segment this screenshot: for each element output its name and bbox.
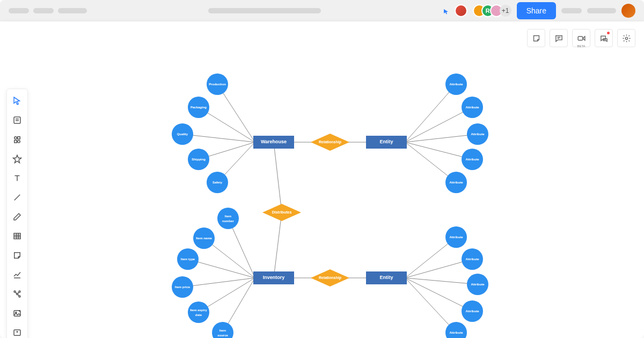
svg-text:number: number <box>222 219 235 223</box>
image-tool[interactable] <box>9 305 26 322</box>
svg-line-10 <box>14 195 20 201</box>
placeholder-pill <box>9 8 29 13</box>
svg-line-63 <box>274 212 282 278</box>
svg-text:Item name: Item name <box>196 237 212 240</box>
line-tool[interactable] <box>9 189 26 206</box>
svg-text:Relationship: Relationship <box>319 140 341 144</box>
svg-point-20 <box>17 293 18 295</box>
placeholder-pill <box>33 8 54 13</box>
title-placeholder <box>208 8 321 13</box>
attribute-node[interactable]: Attribute <box>445 226 467 248</box>
svg-text:Quality: Quality <box>177 133 188 136</box>
svg-text:Relationship: Relationship <box>319 276 341 280</box>
svg-text:Warehouse: Warehouse <box>261 139 287 144</box>
attribute-node[interactable]: Item type <box>177 248 199 270</box>
svg-rect-5 <box>14 141 17 143</box>
svg-point-3 <box>14 137 17 139</box>
svg-text:Attribute: Attribute <box>466 158 480 161</box>
attribute-node[interactable]: Attribute <box>462 248 483 270</box>
svg-text:Item price: Item price <box>175 285 191 289</box>
relationship-node[interactable]: Relationship <box>311 269 349 286</box>
svg-text:date: date <box>195 313 202 317</box>
attribute-node[interactable]: Attribute <box>467 123 488 145</box>
svg-line-62 <box>274 142 282 212</box>
svg-text:Attribute: Attribute <box>450 236 464 239</box>
attribute-node[interactable]: Itemsource <box>212 322 233 338</box>
attribute-node[interactable]: Itemnumber <box>217 208 239 229</box>
cursor-pointer-icon[interactable] <box>443 8 449 14</box>
svg-text:Attribute: Attribute <box>466 310 480 313</box>
svg-text:Attribute: Attribute <box>450 331 464 334</box>
svg-line-22 <box>18 292 19 293</box>
entity-node[interactable]: Entity <box>366 136 407 149</box>
text-tool[interactable] <box>9 170 26 187</box>
attribute-node[interactable]: Attribute <box>462 149 483 170</box>
sticky-tool[interactable] <box>9 247 26 264</box>
svg-text:Item type: Item type <box>181 258 195 261</box>
top-bar: R +1 Share <box>0 0 644 21</box>
svg-text:Shipping: Shipping <box>192 158 206 161</box>
svg-text:Distributes: Distributes <box>272 210 292 214</box>
svg-point-17 <box>14 291 16 292</box>
entity-node[interactable]: Inventory <box>253 271 294 284</box>
pen-tool[interactable] <box>9 208 26 225</box>
share-button[interactable]: Share <box>517 2 556 19</box>
svg-line-23 <box>18 295 19 296</box>
attribute-node[interactable]: Production <box>207 74 228 95</box>
svg-marker-7 <box>13 155 21 163</box>
er-diagram[interactable]: RelationshipDistributesRelationshipWareh… <box>32 21 644 338</box>
select-tool[interactable] <box>9 92 26 109</box>
attribute-node[interactable]: Safety <box>207 172 228 193</box>
svg-line-21 <box>16 292 17 293</box>
left-toolbar <box>6 89 28 338</box>
placeholder-pill <box>587 8 616 13</box>
table-tool[interactable] <box>9 227 26 245</box>
entity-node[interactable]: Warehouse <box>253 136 294 149</box>
entity-node[interactable]: Entity <box>366 271 407 284</box>
user-avatar[interactable] <box>621 4 635 18</box>
attribute-node[interactable]: Attribute <box>462 97 483 118</box>
svg-point-19 <box>19 296 20 297</box>
attribute-node[interactable]: Quality <box>172 123 193 145</box>
svg-line-59 <box>405 278 456 333</box>
presence-avatar-stack[interactable]: R +1 <box>473 4 511 17</box>
hierarchy-tool[interactable] <box>9 285 26 303</box>
svg-text:Attribute: Attribute <box>466 106 480 109</box>
svg-line-44 <box>405 84 456 142</box>
attribute-node[interactable]: Attribute <box>467 274 488 295</box>
svg-point-6 <box>18 141 20 143</box>
svg-text:Entity: Entity <box>379 139 393 144</box>
attribute-node[interactable]: Packaging <box>188 97 209 118</box>
svg-point-109 <box>188 302 209 323</box>
svg-point-18 <box>19 291 20 292</box>
note-tool[interactable] <box>9 112 26 129</box>
svg-point-100 <box>217 208 239 229</box>
attribute-node[interactable]: Item name <box>193 227 215 249</box>
svg-rect-11 <box>14 233 20 239</box>
star-tool[interactable] <box>9 150 26 167</box>
frame-tool[interactable] <box>9 324 26 338</box>
relationship-node[interactable]: Relationship <box>311 134 349 151</box>
attribute-node[interactable]: Item price <box>172 276 193 298</box>
attribute-node[interactable]: Shipping <box>188 149 209 170</box>
attribute-node[interactable]: Attribute <box>445 172 467 193</box>
topbar-right-group: R +1 Share <box>443 2 635 19</box>
attribute-node[interactable]: Item expirydate <box>188 302 209 323</box>
attribute-node[interactable]: Attribute <box>462 300 483 322</box>
svg-text:Item: Item <box>225 215 231 218</box>
placeholder-pill <box>561 8 582 13</box>
svg-text:Attribute: Attribute <box>471 133 485 136</box>
attribute-node[interactable]: Attribute <box>445 74 467 95</box>
svg-text:Attribute: Attribute <box>471 283 485 286</box>
presence-overflow-count[interactable]: +1 <box>500 5 511 17</box>
svg-text:Inventory: Inventory <box>263 275 285 280</box>
relationship-node[interactable]: Distributes <box>262 204 301 221</box>
svg-rect-4 <box>18 137 20 139</box>
svg-text:Production: Production <box>209 83 226 86</box>
presence-avatar-main[interactable] <box>455 4 467 17</box>
topbar-left-group <box>9 8 87 13</box>
shapes-tool[interactable] <box>9 131 26 148</box>
svg-line-46 <box>405 134 478 142</box>
chart-tool[interactable] <box>9 266 26 283</box>
svg-text:Attribute: Attribute <box>450 181 464 184</box>
